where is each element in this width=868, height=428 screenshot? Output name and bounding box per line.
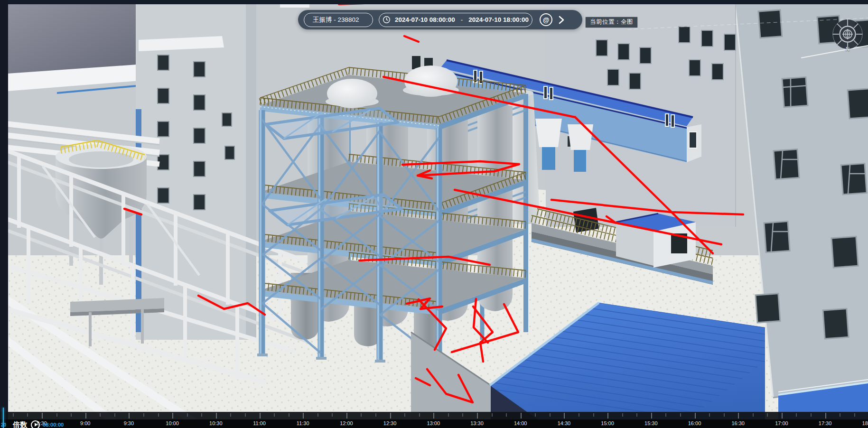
timeline-label: 11:00 xyxy=(253,420,266,426)
timeline-label: 14:00 xyxy=(514,420,527,426)
timeline-label: 10:00 xyxy=(166,420,179,426)
timeline-tick xyxy=(404,413,405,417)
timeline-tick xyxy=(550,413,551,417)
timeline-tick xyxy=(260,413,261,419)
person-select[interactable]: 王振博 - 238802 xyxy=(304,13,373,27)
timeline-tick xyxy=(361,413,362,417)
timeline-tick xyxy=(27,413,28,417)
timeline-tick xyxy=(607,413,608,419)
timeline-ruler[interactable] xyxy=(0,412,868,419)
timeline-label: 15:00 xyxy=(601,420,614,426)
timeline-tick xyxy=(709,413,710,417)
timeline-label: 12:30 xyxy=(383,420,397,426)
speed-label: 倍数 xyxy=(13,420,27,428)
timeline-label: 12:00 xyxy=(340,420,353,426)
timeline-tick xyxy=(289,413,289,417)
timeline-label: 9:00 xyxy=(80,420,90,426)
timeline-tick xyxy=(216,413,217,419)
timeline-tick xyxy=(433,413,434,419)
timeline-tick xyxy=(230,413,231,417)
compass-control[interactable]: N xyxy=(829,16,866,59)
timeline-tick xyxy=(492,413,493,417)
timeline-label: 10:30 xyxy=(209,420,223,426)
timeline-tick xyxy=(665,413,666,417)
timeline-tick xyxy=(346,413,347,419)
timeline-tick xyxy=(477,413,478,419)
chevron-right-icon xyxy=(558,15,565,25)
time-end: 2024-07-10 18:00:00 xyxy=(468,16,529,23)
timeline-tick xyxy=(521,413,522,419)
playback-controls: 20 倍数 08:00:00 xyxy=(0,419,64,428)
timeline-tick xyxy=(375,413,376,417)
timeline-tick xyxy=(274,413,275,417)
timeline-tick xyxy=(753,413,754,417)
timeline-tick xyxy=(622,413,623,417)
timeline-tick xyxy=(332,413,333,417)
timeline-tick xyxy=(143,413,144,417)
timeline-tick xyxy=(419,413,420,417)
timeline-tick xyxy=(651,413,652,419)
timeline-tick xyxy=(506,413,507,417)
timeline-tick xyxy=(767,413,768,417)
time-range-picker[interactable]: 2024-07-10 08:00:00 - 2024-07-10 18:00:0… xyxy=(379,13,532,27)
current-time: 08:00:00 xyxy=(43,422,64,428)
timeline-label: 17:30 xyxy=(819,420,832,426)
north-label: N xyxy=(829,46,866,52)
clock-icon xyxy=(383,16,391,24)
person-label: 王振博 - 238802 xyxy=(313,16,359,24)
timeline-tick xyxy=(636,413,637,417)
timeline-tick xyxy=(724,413,725,417)
timeline-tick xyxy=(825,413,826,419)
timeline-tick xyxy=(448,413,449,417)
timeline-tick xyxy=(811,413,812,417)
time-separator: - xyxy=(461,16,463,23)
timeline-tick xyxy=(462,413,463,417)
timeline-label: 17:00 xyxy=(775,420,788,426)
timeline-label: 13:00 xyxy=(427,420,440,426)
timeline-tick xyxy=(317,413,318,417)
locate-icon: @ xyxy=(543,16,550,24)
timeline-tick xyxy=(129,413,130,419)
timeline-label: 11:30 xyxy=(297,420,309,426)
play-button[interactable] xyxy=(31,420,40,428)
timeline-label: 16:00 xyxy=(688,420,701,426)
timeline-tick xyxy=(854,413,855,417)
timeline-tick xyxy=(85,413,86,419)
timeline-tick xyxy=(579,413,579,417)
timeline-tick xyxy=(680,413,681,417)
timeline: 8:309:009:3010:0010:3011:0011:3012:0012:… xyxy=(0,412,868,428)
speed-value: 20 xyxy=(1,422,6,428)
timeline-tick xyxy=(42,413,43,419)
timeline-tick xyxy=(187,413,188,417)
timeline-tick xyxy=(840,413,840,417)
timeline-tick xyxy=(593,413,594,417)
scene-3d-viewport[interactable] xyxy=(0,0,868,428)
timeline-label: 15:30 xyxy=(644,420,658,426)
timeline-label: 16:30 xyxy=(731,420,745,426)
timeline-tick xyxy=(390,413,391,419)
timeline-tick xyxy=(158,413,159,417)
timeline-tick xyxy=(695,413,696,419)
location-badge: 当前位置：全图 xyxy=(585,17,638,28)
timeline-tick xyxy=(114,413,115,417)
plant-3d-render xyxy=(0,0,868,428)
personnel-tracking-app: 王振博 - 238802 2024-07-10 08:00:00 - 2024-… xyxy=(0,0,868,428)
timeline-label: 18:00 xyxy=(862,420,868,426)
timeline-tick xyxy=(100,413,101,417)
timeline-tick xyxy=(245,413,246,417)
next-button[interactable] xyxy=(558,15,567,25)
timeline-tick xyxy=(564,413,565,419)
timeline-tick xyxy=(796,413,797,417)
timeline-label: 13:30 xyxy=(470,420,484,426)
locate-person-button[interactable]: @ xyxy=(540,13,552,26)
timeline-tick xyxy=(71,413,72,417)
timeline-tick xyxy=(172,413,173,419)
play-icon xyxy=(35,423,37,427)
timeline-tick xyxy=(303,413,304,419)
time-start: 2024-07-10 08:00:00 xyxy=(395,16,455,23)
timeline-tick xyxy=(782,413,783,419)
timeline-label: 9:30 xyxy=(124,420,134,426)
timeline-tick xyxy=(56,413,57,417)
timeline-tick xyxy=(738,413,739,419)
timeline-tick xyxy=(13,413,14,417)
